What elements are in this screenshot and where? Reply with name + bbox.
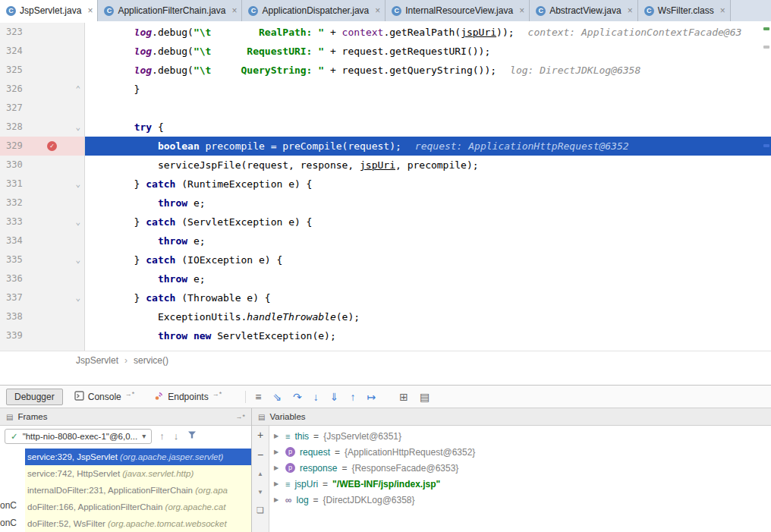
breadcrumb-item[interactable]: service()	[134, 355, 168, 366]
code-text[interactable]: throw e;	[85, 269, 771, 288]
filter-frames-icon[interactable]	[187, 430, 197, 442]
code-text[interactable]: } catch (ServletException e) {	[85, 212, 771, 231]
code-text[interactable]	[85, 99, 771, 118]
close-icon[interactable]: ×	[231, 5, 237, 16]
debug-tab-console[interactable]: Console→*	[66, 388, 143, 406]
close-icon[interactable]: ×	[87, 5, 93, 16]
show-execution-point-icon[interactable]: ⇘	[272, 391, 282, 403]
gutter-line-335[interactable]: 335⌄	[0, 250, 85, 269]
add-watch-icon[interactable]: +	[257, 430, 263, 440]
gutter-line-330[interactable]: 330	[0, 156, 85, 175]
close-icon[interactable]: ×	[375, 5, 380, 16]
fold-icon[interactable]: ⌄	[75, 288, 80, 307]
tab-WsFilter.class[interactable]: CWsFilter.class×	[638, 0, 731, 21]
code-text[interactable]: }	[85, 345, 771, 351]
copy-value-icon[interactable]: ❏	[256, 506, 264, 515]
step-out-icon[interactable]: ↑	[351, 391, 356, 403]
code-text[interactable]: log.debug("\t RequestURI: " + request.ge…	[85, 42, 771, 61]
tab-JspServlet.java[interactable]: CJspServlet.java×	[0, 0, 98, 21]
code-text[interactable]: ExceptionUtils.handleThrowable(e);	[85, 307, 771, 326]
gutter-line-324[interactable]: 324	[0, 42, 85, 61]
fold-icon[interactable]: ⌃	[75, 80, 80, 99]
code-text[interactable]: } catch (Throwable e) {	[85, 288, 771, 307]
gutter-line-336[interactable]: 336	[0, 269, 85, 288]
debug-tab-endpoints[interactable]: Endpoints→*	[146, 388, 230, 406]
thread-selector[interactable]: ✓ "http-nio-8080-exec-1"@6,0... ▾	[5, 429, 152, 444]
code-text[interactable]: } catch (RuntimeException e) {	[85, 175, 771, 194]
editor-scrollbar[interactable]	[762, 21, 771, 351]
fold-icon[interactable]: ⌄	[75, 212, 80, 231]
evaluate-expression-icon[interactable]: ⊞	[399, 391, 408, 403]
breadcrumb-item[interactable]: JspServlet	[76, 355, 118, 366]
gutter-line-327[interactable]: 327	[0, 99, 85, 118]
gutter-line-332[interactable]: 332	[0, 194, 85, 212]
scroll-down-icon[interactable]: ▼	[257, 488, 263, 496]
gutter-line-337[interactable]: 337⌄	[0, 288, 85, 307]
variable-row-log[interactable]: ▶∞log={DirectJDKLog@6358}	[269, 492, 771, 508]
gutter-line-325[interactable]: 325	[0, 61, 85, 80]
gutter-line-334[interactable]: 334	[0, 231, 85, 250]
expand-icon[interactable]: ▶	[274, 449, 281, 455]
variable-row-this[interactable]: ▶≡this={JspServlet@6351}	[269, 428, 771, 444]
code-text[interactable]: throw e;	[85, 231, 771, 250]
frame-row[interactable]: internalDoFilter:231, ApplicationFilterC…	[25, 482, 251, 499]
scroll-mark[interactable]	[763, 46, 769, 49]
code-text[interactable]: } catch (IOException e) {	[85, 250, 771, 269]
gutter-line-323[interactable]: 323	[0, 23, 85, 42]
gutter-line-329[interactable]: 329✓	[0, 137, 85, 156]
tab-ApplicationFilterChain.java[interactable]: CApplicationFilterChain.java×	[98, 0, 242, 21]
close-icon[interactable]: ×	[628, 5, 633, 16]
breakpoint-icon[interactable]: ✓	[47, 141, 57, 151]
code-text[interactable]: throw e;	[85, 194, 771, 212]
gutter-line-326[interactable]: 326⌃	[0, 80, 85, 99]
variable-row-jspUri[interactable]: ▶≡jspUri="/WEB-INF/jsp/index.jsp"	[269, 476, 771, 492]
gutter-line-328[interactable]: 328⌄	[0, 118, 85, 137]
step-over-icon[interactable]: ↷	[293, 391, 302, 403]
fold-icon[interactable]: ⌄	[75, 250, 80, 269]
scroll-up-icon[interactable]: ▲	[257, 470, 263, 478]
gutter-line-331[interactable]: 331⌄	[0, 175, 85, 194]
gutter-line-338[interactable]: 338	[0, 307, 85, 326]
variable-row-response[interactable]: ▶presponse={ResponseFacade@6353}	[269, 460, 771, 476]
tab-InternalResourceView.java[interactable]: CInternalResourceView.java×	[386, 0, 530, 21]
scroll-mark[interactable]	[763, 144, 769, 147]
code-text[interactable]: serviceJspFile(request, response, jspUri…	[85, 156, 771, 175]
expand-icon[interactable]: ▶	[274, 433, 281, 439]
gutter-line-333[interactable]: 333⌄	[0, 212, 85, 231]
fold-icon[interactable]: ⌄	[75, 118, 80, 137]
fold-icon[interactable]: ⌄	[75, 175, 80, 194]
gutter-line-339[interactable]: 339	[0, 326, 85, 345]
code-text[interactable]: log.debug("\t RealPath: " + context.getR…	[85, 23, 771, 42]
restore-layout-icon[interactable]: ≡	[255, 391, 261, 403]
code-text[interactable]: try {	[85, 118, 771, 137]
close-icon[interactable]: ×	[519, 5, 524, 16]
tab-AbstractView.java[interactable]: CAbstractView.java×	[530, 0, 638, 21]
expand-icon[interactable]: ▶	[274, 496, 281, 503]
code-text[interactable]: log.debug("\t QueryString: " + request.g…	[85, 61, 771, 80]
expand-icon[interactable]: ▶	[274, 480, 281, 487]
frame-row[interactable]: doFilter:52, WsFilter (org.apache.tomcat…	[25, 515, 251, 532]
gutter-line-340[interactable]: 340	[0, 345, 85, 351]
frame-row[interactable]: service:742, HttpServlet (javax.servlet.…	[25, 465, 251, 482]
frames-header-action[interactable]: →*	[235, 413, 245, 420]
variable-row-request[interactable]: ▶prequest={ApplicationHttpRequest@6352}	[269, 444, 771, 460]
debug-tab-debugger[interactable]: Debugger	[6, 389, 63, 405]
variable-name: request	[300, 447, 330, 458]
frame-row[interactable]: service:329, JspServlet (org.apache.jasp…	[25, 449, 251, 465]
code-text[interactable]: boolean precompile = preCompile(request)…	[85, 137, 771, 156]
layout-settings-icon[interactable]: ▤	[420, 391, 430, 403]
frame-row[interactable]: doFilter:166, ApplicationFilterChain (or…	[25, 499, 251, 515]
force-step-into-icon[interactable]: ⇓	[330, 391, 339, 403]
expand-icon[interactable]: ▶	[274, 464, 281, 471]
scroll-mark[interactable]	[763, 27, 769, 30]
previous-frame-icon[interactable]: ↑	[159, 430, 165, 442]
code-text[interactable]: }	[85, 80, 771, 99]
close-icon[interactable]: ×	[720, 5, 725, 16]
tab-ApplicationDispatcher.java[interactable]: CApplicationDispatcher.java×	[242, 0, 386, 21]
run-to-cursor-icon[interactable]: ↦	[367, 391, 376, 403]
code-text[interactable]: throw new ServletException(e);	[85, 326, 771, 345]
step-into-icon[interactable]: ↓	[313, 391, 319, 403]
variable-name: log	[297, 495, 309, 505]
remove-watch-icon[interactable]: −	[257, 450, 263, 460]
next-frame-icon[interactable]: ↓	[174, 430, 179, 442]
